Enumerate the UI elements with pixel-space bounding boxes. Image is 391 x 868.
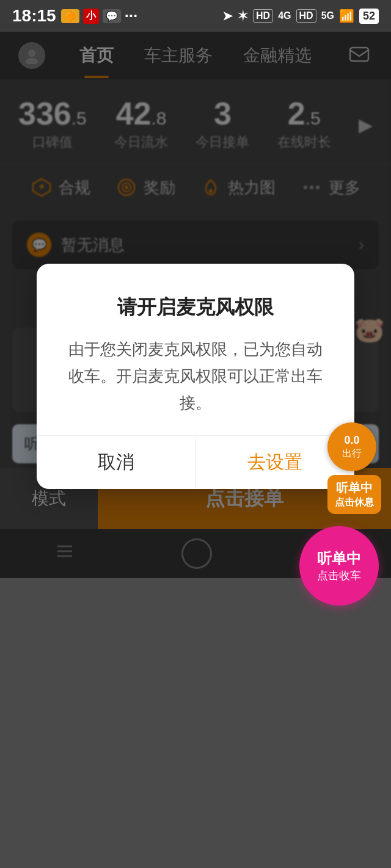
dialog-buttons: 取消 去设置 — [37, 435, 354, 489]
location-icon: ➤ — [222, 9, 233, 23]
status-bar: 18:15 🔶 小 💬 ··· ➤ ✶ HD 4G HD 5G 📶 52 — [0, 0, 391, 32]
status-time: 18:15 — [12, 6, 56, 26]
hd-badge: HD — [253, 9, 273, 23]
float-main-line2: 点击休息 — [335, 496, 374, 509]
float-small-line1: 0.0 — [344, 433, 359, 447]
dialog-message: 由于您关闭麦克风权限，已为您自动收车。开启麦克风权限可以正常出车接。 — [61, 336, 330, 417]
float-big-line2: 点击收车 — [317, 568, 361, 584]
float-main-line1: 听单中 — [335, 480, 374, 496]
status-app-icons: 🔶 小 💬 ··· — [61, 7, 138, 26]
dialog-container: 请开启麦克风权限 由于您关闭麦克风权限，已为您自动收车。开启麦克风权限可以正常出… — [0, 32, 391, 764]
dialog-body: 请开启麦克风权限 由于您关闭麦克风权限，已为您自动收车。开启麦克风权限可以正常出… — [37, 264, 354, 435]
dialog-title: 请开启麦克风权限 — [61, 294, 330, 321]
app-icon-3: 💬 — [103, 9, 121, 23]
app-icon-2: 小 — [83, 9, 99, 24]
app-icon-1: 🔶 — [61, 9, 79, 23]
float-big-line1: 听单中 — [317, 548, 361, 569]
hd-badge2: HD — [296, 9, 316, 23]
signal-icon: 📶 — [339, 9, 354, 23]
floating-small-btn[interactable]: 0.0 出行 听单中 点击休息 — [327, 422, 381, 514]
floating-big-btn[interactable]: 听单中 点击收车 — [299, 526, 379, 606]
float-small-line2: 出行 — [342, 447, 362, 460]
bluetooth-icon: ✶ — [238, 9, 248, 23]
cancel-button[interactable]: 取消 — [37, 436, 196, 489]
5g-icon: 5G — [321, 10, 334, 21]
permission-dialog: 请开启麦克风权限 由于您关闭麦克风权限，已为您自动收车。开启麦克风权限可以正常出… — [37, 264, 354, 489]
battery-indicator: 52 — [359, 9, 379, 24]
4g-icon: 4G — [278, 10, 291, 21]
dots-icon: ··· — [125, 7, 138, 26]
app-container: 18:15 🔶 小 💬 ··· ➤ ✶ HD 4G HD 5G 📶 52 — [0, 0, 391, 868]
status-left: 18:15 🔶 小 💬 ··· — [12, 6, 137, 26]
status-right: ➤ ✶ HD 4G HD 5G 📶 52 — [222, 9, 379, 24]
